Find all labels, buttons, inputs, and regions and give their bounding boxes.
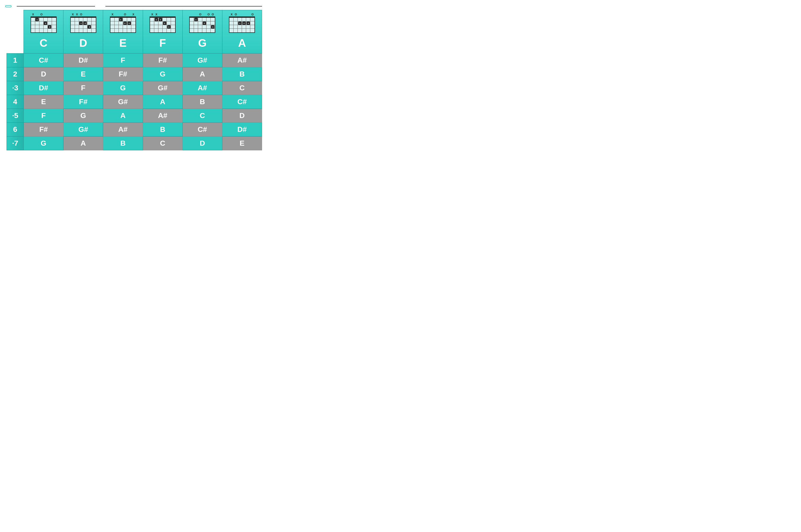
grid-cell	[31, 29, 35, 32]
grid-cell	[110, 21, 115, 25]
finger-dot: 3	[48, 25, 52, 28]
grid-cell	[154, 29, 158, 32]
grid-cell	[123, 29, 127, 32]
string-label: X	[229, 13, 234, 16]
string-label	[119, 13, 123, 16]
grid-cell	[150, 21, 154, 25]
grid-cell	[71, 18, 75, 21]
finger-dot: 1	[79, 21, 83, 25]
string-label	[246, 13, 250, 16]
grid-cell	[79, 25, 83, 29]
string-label: O	[207, 13, 211, 16]
string-label	[43, 13, 48, 16]
string-label	[190, 13, 194, 16]
grid-cell	[43, 18, 48, 21]
grid-cell	[202, 18, 207, 21]
row-number-cell: ·7	[7, 136, 24, 150]
row-number-cell: ·5	[7, 109, 24, 123]
grid-cell	[123, 18, 127, 21]
finger-dot: 3	[88, 25, 91, 28]
grid-cell	[75, 25, 79, 29]
grid-cell	[194, 21, 198, 25]
chord-cell: B	[103, 136, 143, 150]
grid-cell	[52, 29, 56, 32]
chord-cell: B	[183, 95, 222, 109]
grid-cell	[83, 29, 88, 32]
grid-cell	[194, 25, 198, 29]
chord-diagram: XOO123	[229, 13, 255, 33]
string-label: O	[198, 13, 202, 16]
grid-cell	[246, 18, 250, 21]
grid-cell	[250, 25, 254, 29]
grid-cell: 3	[167, 25, 171, 29]
grid-cell	[92, 18, 96, 21]
grid-cell: 2	[83, 21, 88, 25]
grid-cell	[92, 21, 96, 25]
string-label	[48, 13, 52, 16]
diagram-grid: 123	[229, 16, 255, 33]
grid-cell: 1	[119, 18, 123, 21]
chord-cell: A#	[183, 81, 222, 95]
grid-cell	[88, 29, 92, 32]
row-number-cell: 1	[7, 54, 24, 68]
chord-cell: C#	[183, 123, 222, 136]
header-area	[5, 5, 262, 7]
chord-cell: G#	[63, 123, 103, 136]
grid-cell	[154, 21, 158, 25]
finger-dot: 3	[246, 21, 250, 25]
diagram-grid: 123	[110, 16, 136, 33]
grid-cell	[75, 18, 79, 21]
chord-diagram: XOX123	[110, 13, 136, 33]
string-label	[35, 13, 39, 16]
grid-cell	[163, 18, 167, 21]
grid-cell	[190, 25, 194, 29]
string-label: X	[110, 13, 115, 16]
finger-dot: 2	[163, 21, 166, 25]
finger-dot: 2	[203, 21, 206, 25]
string-label	[238, 13, 242, 16]
chord-cell: D#	[24, 81, 63, 95]
grid-cell	[110, 29, 115, 32]
chord-cell: E	[24, 95, 63, 109]
grid-cell: 3	[48, 25, 52, 29]
grid-cell	[211, 29, 215, 32]
diagram-grid: 123	[31, 16, 57, 33]
grid-cell	[242, 29, 246, 32]
grid-cell	[167, 29, 171, 32]
finger-dot: 1	[238, 21, 242, 25]
empty-header-cell	[7, 10, 24, 54]
grid-cell	[115, 18, 119, 21]
grid-cell: 1	[154, 18, 158, 21]
header-line-left	[17, 6, 95, 6]
grid-cell	[83, 25, 88, 29]
string-label: O	[39, 13, 43, 16]
grid-cell	[250, 29, 254, 32]
chord-header-g: OOO123 G	[183, 10, 222, 54]
chord-cell: F	[63, 81, 103, 95]
header-row: XO123 C XXO123 D XOX123 E XX1123 F OOO12…	[7, 10, 262, 54]
grid-cell	[238, 25, 242, 29]
table-row: 4EF#G#ABC#	[7, 95, 262, 109]
grid-cell	[71, 21, 75, 25]
grid-cell	[190, 21, 194, 25]
chord-cell: D	[24, 68, 63, 81]
finger-dot: 1	[194, 18, 197, 21]
grid-cell	[110, 18, 115, 21]
chord-header-e: XOX123 E	[103, 10, 143, 54]
chord-cell: D#	[222, 123, 262, 136]
chord-header-a: XOO123 A	[222, 10, 262, 54]
chord-cell: A	[103, 109, 143, 123]
diagram-grid: 1123	[150, 16, 176, 33]
finger-dot: 2	[242, 21, 246, 25]
table-row: 6F#G#A#BC#D#	[7, 123, 262, 136]
string-label	[83, 13, 88, 16]
row-number-cell: 2	[7, 68, 24, 81]
string-label	[163, 13, 167, 16]
chord-cell: G	[143, 68, 183, 81]
grid-cell	[127, 18, 131, 21]
chord-cell: F#	[103, 68, 143, 81]
string-label	[127, 13, 131, 16]
string-label	[88, 13, 92, 16]
chord-cell: D	[183, 136, 222, 150]
grid-cell	[250, 18, 254, 21]
